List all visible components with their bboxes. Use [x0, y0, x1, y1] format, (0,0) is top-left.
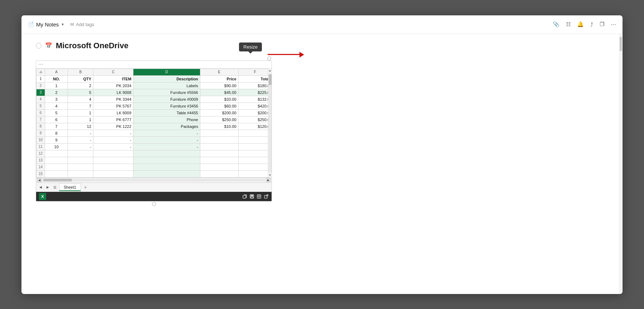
cell-14-e[interactable]	[200, 164, 238, 170]
col-header-f[interactable]: F	[238, 69, 272, 75]
sheet-add-button[interactable]: +	[82, 184, 89, 190]
cell-1-f[interactable]: Total	[238, 75, 272, 82]
add-tags-button[interactable]: ✉ Add tags	[70, 22, 94, 27]
scroll-up-button[interactable]: ▲	[268, 69, 272, 73]
cell-14-d[interactable]	[133, 164, 200, 170]
cell-5-f[interactable]: $420.0	[238, 103, 272, 109]
cell-2-d[interactable]: Labels	[133, 82, 200, 89]
notebook-name-button[interactable]: 📄 My Notes ▼	[28, 21, 64, 28]
cell-13-a[interactable]	[45, 157, 68, 164]
cell-14-a[interactable]	[45, 164, 68, 170]
cell-4-e[interactable]: $33.00	[200, 96, 238, 103]
cell-10-b[interactable]: -	[68, 136, 93, 143]
cell-15-e[interactable]	[200, 170, 238, 177]
cell-5-c[interactable]: PK 5767	[93, 103, 133, 109]
cell-7-d[interactable]: Phone	[133, 116, 200, 123]
cell-7-b[interactable]: 1	[68, 116, 93, 123]
cell-2-e[interactable]: $90.00	[200, 82, 238, 89]
cell-12-a[interactable]	[45, 150, 68, 157]
cell-6-a[interactable]: 5	[45, 109, 68, 116]
cell-15-f[interactable]	[238, 170, 272, 177]
cell-9-d[interactable]: -	[133, 130, 200, 136]
sheet-tab-sheet1[interactable]: Sheet1	[59, 183, 81, 191]
cell-9-c[interactable]: -	[93, 130, 133, 136]
cell-2-b[interactable]: 2	[68, 82, 93, 89]
cell-12-c[interactable]	[93, 150, 133, 157]
excel-table-icon[interactable]	[257, 194, 262, 199]
cell-14-f[interactable]	[238, 164, 272, 170]
cell-1-a[interactable]: NO.	[45, 75, 68, 82]
cell-11-f[interactable]	[238, 143, 272, 150]
cell-1-d[interactable]: Description	[133, 75, 200, 82]
cell-9-f[interactable]	[238, 130, 272, 136]
vertical-scrollbar[interactable]: ▲ ▼	[268, 69, 272, 178]
cell-6-d[interactable]: Table #4455	[133, 109, 200, 116]
cell-13-d[interactable]	[133, 157, 200, 164]
bell-icon[interactable]: 🔔	[577, 21, 584, 28]
cell-12-e[interactable]	[200, 150, 238, 157]
cell-9-e[interactable]	[200, 130, 238, 136]
excel-save-icon[interactable]	[249, 194, 254, 199]
excel-external-icon[interactable]	[264, 194, 269, 199]
col-header-c[interactable]: C	[93, 69, 133, 75]
cell-9-b[interactable]: -	[68, 130, 93, 136]
cell-2-a[interactable]: 1	[45, 82, 68, 89]
cell-1-b[interactable]: QTY	[68, 75, 93, 82]
cell-10-c[interactable]: -	[93, 136, 133, 143]
cell-8-d[interactable]: Packages	[133, 123, 200, 130]
attachment-icon[interactable]: 📎	[553, 21, 560, 28]
cell-10-a[interactable]: 9	[45, 136, 68, 143]
scroll-thumb-h[interactable]	[43, 179, 72, 181]
sheet-list-button[interactable]: ☰	[52, 184, 58, 190]
cell-8-f[interactable]: $120.0	[238, 123, 272, 130]
resize-handle-bottom[interactable]	[152, 202, 156, 206]
cell-9-a[interactable]: 8	[45, 130, 68, 136]
cell-4-f[interactable]: $132.0	[238, 96, 272, 103]
cell-3-f[interactable]: $225.0	[238, 89, 272, 96]
cell-13-b[interactable]	[68, 157, 93, 164]
fullscreen-icon[interactable]: ❐	[600, 21, 604, 28]
cell-7-a[interactable]: 6	[45, 116, 68, 123]
cell-6-c[interactable]: LK 8009	[93, 109, 133, 116]
cell-8-b[interactable]: 12	[68, 123, 93, 130]
cell-11-b[interactable]: -	[68, 143, 93, 150]
cell-7-f[interactable]: $250.0	[238, 116, 272, 123]
excel-copy-icon[interactable]	[242, 194, 247, 199]
col-header-a[interactable]: A	[45, 69, 68, 75]
cell-10-f[interactable]	[238, 136, 272, 143]
cell-1-e[interactable]: Price	[200, 75, 238, 82]
cell-6-f[interactable]: $200.0	[238, 109, 272, 116]
cell-2-f[interactable]: $180.0	[238, 82, 272, 89]
cell-8-a[interactable]: 7	[45, 123, 68, 130]
cell-3-b[interactable]: 5	[68, 89, 93, 96]
scroll-left-button[interactable]: ◀	[37, 178, 42, 182]
cell-7-e[interactable]: $250.00	[200, 116, 238, 123]
sheet-nav-back[interactable]: ◀	[38, 184, 43, 190]
col-header-e[interactable]: E	[200, 69, 238, 75]
cell-12-f[interactable]	[238, 150, 272, 157]
cell-13-e[interactable]	[200, 157, 238, 164]
cell-13-c[interactable]	[93, 157, 133, 164]
cell-8-e[interactable]: $10.00	[200, 123, 238, 130]
cell-10-d[interactable]: -	[133, 136, 200, 143]
scroll-right-button[interactable]: ▶	[266, 178, 271, 182]
excel-more-dots-icon[interactable]: ⋯	[38, 61, 43, 67]
cell-15-b[interactable]	[68, 170, 93, 177]
cell-11-a[interactable]: 10	[45, 143, 68, 150]
cell-11-e[interactable]	[200, 143, 238, 150]
scroll-down-button[interactable]: ▼	[268, 173, 272, 178]
cell-14-c[interactable]	[93, 164, 133, 170]
cell-3-c[interactable]: LK 9008	[93, 89, 133, 96]
cell-3-d[interactable]: Furniture #5566	[133, 89, 200, 96]
cell-15-c[interactable]	[93, 170, 133, 177]
cell-8-c[interactable]: PK 1222	[93, 123, 133, 130]
cell-15-d[interactable]	[133, 170, 200, 177]
cell-4-c[interactable]: PK 3344	[93, 96, 133, 103]
cell-12-d[interactable]	[133, 150, 200, 157]
cell-5-a[interactable]: 4	[45, 103, 68, 109]
cell-6-e[interactable]: $200.00	[200, 109, 238, 116]
grid-icon[interactable]: ☷	[566, 21, 571, 28]
cell-5-e[interactable]: $60.00	[200, 103, 238, 109]
cell-4-d[interactable]: Furniture #0009	[133, 96, 200, 103]
cell-15-a[interactable]	[45, 170, 68, 177]
